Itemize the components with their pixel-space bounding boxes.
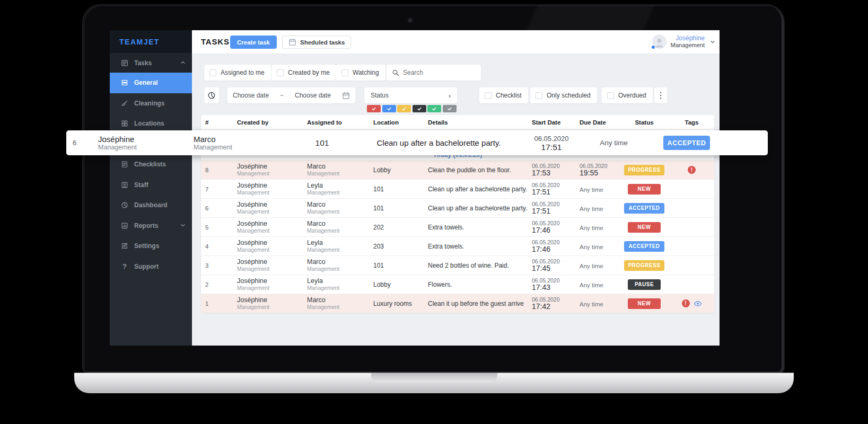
filter-checkbox-assigned-to-me[interactable]: Assigned to me (204, 65, 271, 81)
due-date-cell: Any time (575, 242, 619, 251)
sidebar-item-label: Tasks (134, 59, 152, 67)
table-row[interactable]: 3JoséphineManagementMarcoManagement101Ne… (201, 255, 714, 275)
status-color-filters (367, 105, 457, 112)
date-separator: ~ (280, 92, 284, 99)
check-icon (447, 106, 452, 111)
start-date-cell: 06.05.202017:51 (520, 135, 583, 152)
filter-checkbox-only-scheduled[interactable]: Only scheduled (530, 87, 597, 103)
table-row[interactable]: 6JoséphineManagementMarcoManagement101Cl… (201, 198, 714, 217)
status-filter-checkbox[interactable] (427, 105, 441, 112)
filter-label: Created by me (288, 69, 336, 76)
sidebar-item-cleanings[interactable]: Cleanings (110, 93, 192, 114)
chevron-down-icon (180, 222, 186, 229)
assigned-to-name: Marco (194, 135, 286, 144)
task-number: 3 (201, 262, 233, 269)
status-dropdown[interactable]: Status › (364, 87, 457, 103)
assigned-to-role: Management (307, 246, 369, 253)
sidebar-item-general[interactable]: General (110, 73, 192, 93)
status-filter-checkbox[interactable] (367, 105, 381, 112)
status-cell: ACCEPTED (619, 241, 669, 252)
location-cell: Luxury rooms (369, 300, 424, 307)
due-date-cell: Any time (575, 261, 619, 270)
location-cell: 101 (369, 205, 424, 212)
status-filter-checkbox[interactable] (413, 105, 426, 112)
location-cell: Lobby (369, 166, 424, 174)
app-window: TEAMJET TasksGeneralCleaningsLocationsCh… (110, 30, 720, 346)
checkbox[interactable] (277, 69, 284, 76)
sidebar-item-settings[interactable]: Settings (110, 236, 192, 257)
user-name: Joséphine (671, 35, 705, 42)
status-filter-checkbox[interactable] (382, 105, 396, 112)
checkbox[interactable] (607, 92, 614, 99)
alert-icon[interactable]: ! (682, 299, 690, 307)
chevron-down-icon (710, 37, 715, 47)
table-row[interactable]: 7JoséphineManagementLeylaManagement101Cl… (201, 179, 714, 198)
created-by-role: Management (237, 170, 303, 176)
start-date-cell: 06.05.202017:46 (528, 239, 575, 253)
created-by-name: Joséphine (237, 297, 303, 304)
checkbox[interactable] (536, 92, 542, 99)
status-badge: ACCEPTED (624, 203, 664, 214)
table-row[interactable]: 5JoséphineManagementMarcoManagement202Ex… (201, 217, 714, 236)
created-by-cell: Joséphine Management (98, 135, 194, 152)
sidebar-item-reports[interactable]: Reports (110, 216, 192, 236)
task-number: 7 (201, 186, 233, 192)
status-pie-filter-button[interactable] (204, 87, 219, 103)
status-filter-checkbox[interactable] (443, 105, 457, 112)
sidebar-item-staff[interactable]: Staff (110, 175, 192, 196)
status-badge: ACCEPTED (663, 136, 711, 150)
status-dropdown-label: Status (371, 92, 389, 99)
column-header-status: Status (619, 119, 669, 126)
table-row[interactable]: 1JoséphineManagementMarcoManagementLuxur… (201, 294, 714, 313)
created-by-cell: JoséphineManagement (233, 182, 303, 196)
status-badge: NEW (628, 298, 661, 309)
sidebar-item-support[interactable]: ?Support (110, 257, 192, 277)
eye-icon[interactable] (694, 299, 702, 308)
status-filter-checkbox[interactable] (397, 105, 411, 112)
checkbox[interactable] (341, 69, 348, 76)
filter-checkbox-created-by-me[interactable]: Created by me (271, 65, 336, 81)
filter-checkbox-watching[interactable]: Watching (336, 65, 385, 81)
date-to[interactable]: Choose date (295, 92, 331, 99)
more-options-button[interactable] (654, 87, 667, 103)
sidebar-item-dashboard[interactable]: Dashboard (110, 195, 192, 216)
filter-label: Assigned to me (221, 69, 271, 76)
column-header-details: Details (424, 119, 528, 126)
assigned-to-name: Marco (307, 201, 369, 208)
assigned-to-cell: MarcoManagement (303, 297, 369, 310)
create-task-button[interactable]: Create task (230, 36, 277, 49)
date-from[interactable]: Choose date (233, 92, 269, 99)
checkbox[interactable] (485, 92, 492, 99)
status-cell: PAUSE (619, 279, 669, 290)
details-cell: Clean it up before the guest arrive (424, 300, 528, 307)
sidebar-item-tasks[interactable]: Tasks (110, 53, 192, 73)
general-icon (120, 79, 129, 86)
location-cell: Lobby (369, 281, 424, 288)
table-row[interactable]: 2JoséphineManagementLeylaManagementLobby… (201, 275, 714, 294)
question-icon: ? (120, 262, 129, 270)
filter-checkbox-overdued[interactable]: Overdued (602, 87, 653, 103)
location-cell: 101 (286, 138, 358, 148)
user-menu[interactable]: Joséphine Management (652, 34, 715, 49)
checkbox[interactable] (209, 69, 216, 76)
highlighted-task-row[interactable]: 6 Joséphine Management Marco Management … (66, 130, 768, 155)
assigned-to-role: Management (307, 170, 369, 176)
tags-cell: ! (669, 299, 714, 308)
assigned-to-cell: MarcoManagement (303, 201, 369, 215)
search-field[interactable] (403, 69, 472, 76)
table-row[interactable]: 4JoséphineManagementLeylaManagement203Ex… (201, 236, 714, 255)
table-row[interactable]: 8JoséphineManagementMarcoManagementLobby… (201, 160, 714, 179)
search-input[interactable] (387, 65, 481, 81)
created-by-cell: JoséphineManagement (233, 259, 303, 272)
scheduled-tasks-button[interactable]: Sheduled tasks (282, 36, 351, 49)
alert-icon[interactable]: ! (688, 166, 696, 174)
filter-checkbox-checklist[interactable]: Checklist (479, 87, 528, 103)
sidebar-item-checklists[interactable]: Checklists (110, 154, 192, 175)
assigned-to-cell: Marco Management (194, 135, 286, 152)
staff-icon (120, 181, 129, 189)
date-range-picker[interactable]: Choose date ~ Choose date (227, 87, 355, 103)
created-by-role: Management (98, 144, 194, 152)
column-header-assignedto: Assigned to (303, 119, 369, 126)
tasks-icon (120, 59, 129, 67)
created-by-role: Management (237, 189, 303, 196)
